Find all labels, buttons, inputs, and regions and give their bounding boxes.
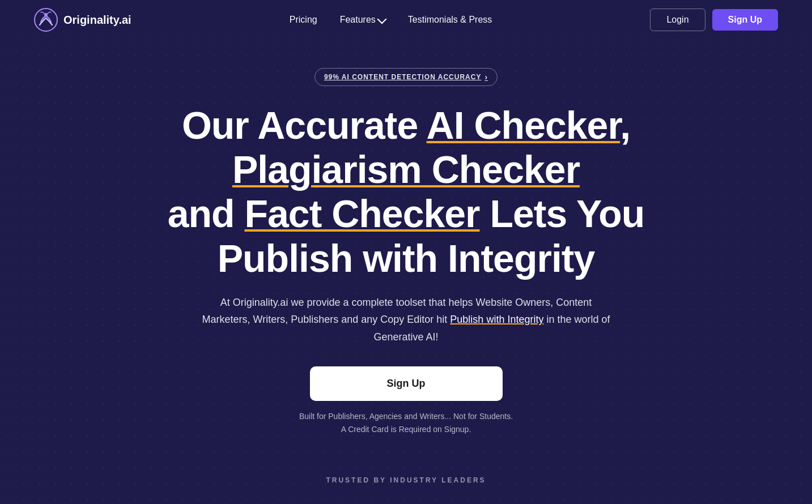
- hero-title: Our Accurate AI Checker, Plagiarism Chec…: [123, 103, 690, 280]
- svg-point-0: [35, 8, 57, 31]
- signup-hero-button[interactable]: Sign Up: [310, 366, 503, 401]
- logo-icon: [34, 8, 58, 32]
- nav-actions: Login Sign Up: [650, 8, 778, 31]
- badge-arrow-icon: ›: [484, 72, 488, 82]
- hero-note: Built for Publishers, Agencies and Write…: [23, 410, 789, 437]
- nav-links: Pricing Features Testimonials & Press: [290, 15, 492, 25]
- badge[interactable]: 99% AI CONTENT DETECTION ACCURACY ›: [314, 68, 498, 86]
- hero-subtitle: At Originality.ai we provide a complete …: [197, 294, 616, 346]
- chevron-down-icon: [377, 14, 386, 24]
- svg-point-1: [44, 13, 48, 16]
- logo-text: Originality.ai: [63, 14, 131, 27]
- publish-integrity-link[interactable]: Publish with Integrity: [450, 314, 543, 325]
- nav-pricing[interactable]: Pricing: [290, 15, 317, 25]
- hero-section: 99% AI CONTENT DETECTION ACCURACY › Our …: [0, 40, 812, 459]
- plagiarism-checker-text: Plagiarism Checker: [232, 148, 580, 191]
- trusted-section: TRUSTED BY INDUSTRY LEADERS NEILPATEL Fl…: [0, 459, 812, 504]
- logos-row-1: NEILPATEL Flippa. OTION INVEST Content R…: [34, 498, 778, 504]
- nav-features[interactable]: Features: [340, 15, 385, 25]
- logo-link[interactable]: Originality.ai: [34, 8, 131, 32]
- trusted-label: TRUSTED BY INDUSTRY LEADERS: [34, 476, 778, 484]
- hero-cta: Sign Up: [23, 366, 789, 410]
- nav-testimonials[interactable]: Testimonials & Press: [408, 15, 492, 25]
- ai-checker-text: AI Checker: [427, 104, 620, 147]
- fact-checker-text: Fact Checker: [244, 192, 479, 235]
- list-item: ♛ EMPIRE — FLIPPERS —: [713, 498, 778, 504]
- signup-nav-button[interactable]: Sign Up: [712, 9, 778, 31]
- navbar: Originality.ai Pricing Features Testimon…: [0, 0, 812, 40]
- login-button[interactable]: Login: [650, 8, 705, 31]
